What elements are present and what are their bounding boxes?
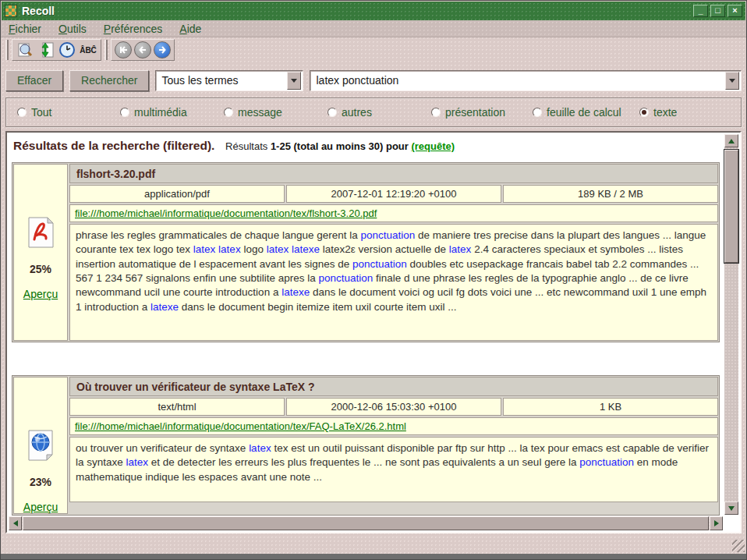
- highlighted-term: latex latex: [193, 243, 241, 255]
- menu-preferences[interactable]: Préférences: [104, 23, 163, 35]
- radio-circle-icon[interactable]: [431, 108, 441, 117]
- relevance-percent: 23%: [30, 476, 51, 488]
- filter-radio-multimedia[interactable]: multimédia: [120, 106, 224, 119]
- radio-label[interactable]: autres: [342, 106, 372, 119]
- radio-label[interactable]: multimédia: [134, 106, 187, 119]
- result-row-2: 23% Aperçu Où trouver un vérificateur de…: [12, 375, 720, 516]
- filter-radio-message[interactable]: message: [224, 106, 327, 119]
- results-prefix: Résultats: [225, 140, 267, 152]
- scroll-up-button[interactable]: [724, 134, 738, 147]
- result-url-link[interactable]: file:///home/michael/informatique/docume…: [75, 207, 377, 219]
- filter-radio-autres[interactable]: autres: [327, 106, 431, 119]
- preview-link[interactable]: Aperçu: [23, 288, 58, 300]
- radio-circle-icon[interactable]: [327, 108, 337, 117]
- highlighted-term: ponctuation: [579, 456, 634, 468]
- maximize-button[interactable]: □: [710, 5, 725, 17]
- search-button[interactable]: Rechercher: [69, 70, 149, 91]
- category-filter-panel: Toutmultimédiamessageautresprésentationf…: [5, 97, 742, 127]
- result-mime-type: application/pdf: [69, 185, 285, 203]
- result-row-1: 25% Aperçu flshort-3.20.pdf application/…: [12, 162, 720, 342]
- scroll-left-icon: [13, 520, 18, 526]
- radio-label[interactable]: feuille de calcul: [547, 106, 621, 119]
- left-arrow-icon: [138, 45, 147, 55]
- result-mime-type: text/html: [69, 398, 285, 416]
- preview-link[interactable]: Aperçu: [23, 501, 58, 513]
- vertical-scroll-thumb[interactable]: [724, 150, 738, 263]
- radio-label[interactable]: Tout: [31, 106, 51, 119]
- result-1-side-panel: 25% Aperçu: [13, 164, 68, 341]
- filter-radio-feuille-de-calcul[interactable]: feuille de calcul: [533, 106, 639, 119]
- toolbar-drag-handle[interactable]: [5, 40, 9, 60]
- search-query-input[interactable]: latex ponctuation: [310, 74, 725, 87]
- highlighted-term: latexe: [150, 301, 179, 313]
- abc-spell-icon: ÂBĈ: [80, 46, 97, 55]
- highlighted-term: latex: [126, 456, 149, 468]
- recoll-app-icon: [5, 5, 17, 17]
- radio-circle-icon[interactable]: [120, 108, 129, 117]
- toolbar-drag-handle[interactable]: [104, 40, 108, 60]
- result-snippet: phrase les regles grammaticales de chaqu…: [69, 224, 718, 341]
- search-mode-select[interactable]: Tous les termes: [155, 70, 303, 91]
- menu-aide[interactable]: Aide: [179, 23, 201, 35]
- radio-circle-icon[interactable]: [533, 108, 542, 117]
- radio-circle-icon[interactable]: [639, 108, 649, 117]
- result-1-detail: flshort-3.20.pdf application/pdf 2007-12…: [69, 164, 718, 341]
- advanced-search-button[interactable]: [16, 41, 34, 59]
- scroll-down-button[interactable]: [724, 502, 738, 515]
- highlighted-term: ponctuation: [318, 272, 373, 284]
- filter-radio-tout[interactable]: Tout: [17, 106, 120, 119]
- scroll-right-button[interactable]: [710, 516, 723, 530]
- clock-icon: [58, 41, 76, 58]
- menu-fichier[interactable]: Fichier: [9, 23, 41, 35]
- highlighted-term: ponctuation: [360, 229, 415, 241]
- previous-page-button[interactable]: [134, 41, 151, 58]
- pdf-icon: [27, 216, 55, 249]
- close-button[interactable]: ×: [728, 5, 742, 17]
- scroll-right-icon: [714, 520, 719, 526]
- menu-outils[interactable]: Outils: [58, 23, 87, 35]
- minimize-button[interactable]: _: [693, 5, 708, 17]
- horizontal-scroll-thumb[interactable]: [23, 516, 709, 530]
- results-header: Résultats de la recherche (filtered). Ré…: [12, 136, 720, 161]
- results-title: Résultats de la recherche (filtered).: [13, 139, 214, 152]
- result-size: 1 KB: [503, 398, 718, 416]
- radio-label[interactable]: texte: [653, 106, 677, 119]
- term-explorer-button[interactable]: ÂBĈ: [79, 41, 97, 59]
- query-link[interactable]: (requête): [411, 140, 455, 152]
- sort-by-dates-button[interactable]: [58, 41, 76, 59]
- snippet-text: latex2ε version actuelle de: [320, 243, 449, 255]
- window-bottom-frame: [1, 533, 746, 554]
- clear-button[interactable]: Effacer: [5, 70, 63, 91]
- result-meta-row: text/html 2000-12-06 15:03:30 +0100 1 KB: [69, 398, 718, 416]
- mode-dropdown-button[interactable]: [287, 72, 301, 90]
- radio-label[interactable]: message: [238, 106, 282, 119]
- window-title: Recoll: [22, 5, 55, 17]
- next-page-button[interactable]: [154, 41, 171, 58]
- scroll-left-button[interactable]: [9, 516, 22, 530]
- toolbar-group-nav: [111, 39, 175, 61]
- result-url-row: file:///home/michael/informatique/docume…: [69, 417, 718, 435]
- filter-radio-presentation[interactable]: présentation: [431, 106, 533, 119]
- relevance-percent: 25%: [30, 263, 51, 275]
- result-url-link[interactable]: file:///home/michael/informatique/docume…: [75, 420, 406, 432]
- snippet-text: et de detecter les erreurs les plus freq…: [148, 456, 579, 468]
- document-magnifier-icon: [16, 41, 34, 58]
- radio-circle-icon[interactable]: [224, 108, 233, 117]
- radio-circle-icon[interactable]: [17, 108, 27, 117]
- radio-label[interactable]: présentation: [445, 106, 505, 119]
- snippet-text: phrase les regles grammaticales de chaqu…: [76, 229, 360, 241]
- vertical-scrollbar[interactable]: [724, 134, 738, 515]
- horizontal-scrollbar[interactable]: [9, 516, 723, 530]
- query-history-dropdown-button[interactable]: [725, 72, 739, 90]
- toolbar-group-tools: ÂBĈ: [12, 39, 101, 61]
- first-page-button[interactable]: [115, 41, 132, 58]
- toolbar: ÂBĈ: [1, 37, 746, 62]
- results-range: 1-25 (total au moins 30) pour: [271, 140, 409, 152]
- search-query-combo[interactable]: latex ponctuation: [310, 70, 742, 91]
- scroll-up-icon: [728, 139, 735, 144]
- resize-grip[interactable]: [732, 540, 745, 552]
- update-index-button[interactable]: [37, 41, 55, 59]
- result-title: flshort-3.20.pdf: [69, 164, 718, 183]
- first-page-arrow-icon: [119, 45, 129, 55]
- filter-radio-texte[interactable]: texte: [639, 106, 677, 119]
